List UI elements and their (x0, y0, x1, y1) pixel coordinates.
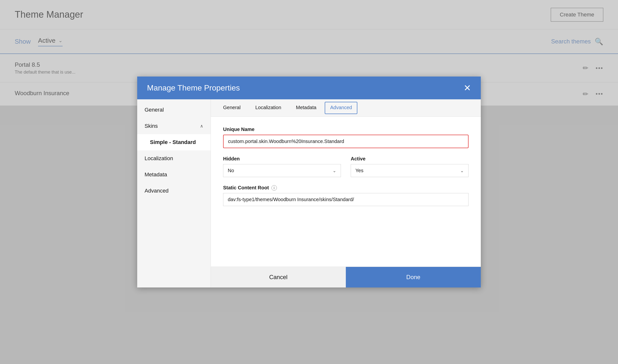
skins-chevron-icon: ∧ (200, 123, 203, 129)
modal-title: Manage Theme Properties (147, 83, 240, 92)
unique-name-input[interactable] (223, 135, 469, 148)
static-content-root-label: Static Content Root i (223, 185, 469, 191)
modal-dialog: Manage Theme Properties ✕ General Skins … (137, 77, 481, 287)
sidebar-item-advanced[interactable]: Advanced (137, 183, 211, 199)
modal-overlay: Manage Theme Properties ✕ General Skins … (0, 0, 618, 364)
hidden-select[interactable]: No ⌄ (223, 164, 341, 177)
hidden-chevron-icon: ⌄ (333, 168, 336, 173)
unique-name-label: Unique Name (223, 127, 469, 132)
tab-advanced[interactable]: Advanced (325, 102, 357, 114)
sidebar-item-simple-standard[interactable]: Simple - Standard (137, 134, 211, 150)
hidden-select-value: No (228, 168, 333, 173)
sidebar-item-general[interactable]: General (137, 102, 211, 118)
tab-metadata[interactable]: Metadata (289, 99, 324, 117)
sidebar-skins-label: Skins (145, 123, 158, 129)
static-content-root-group: Static Content Root i (223, 185, 469, 206)
tab-metadata-label: Metadata (296, 105, 316, 110)
modal-sidebar: General Skins ∧ Simple - Standard Locali… (137, 99, 211, 287)
hidden-active-row: Hidden No ⌄ Active Yes ⌄ (223, 156, 469, 177)
modal-footer: Cancel Done (211, 267, 481, 287)
cancel-button[interactable]: Cancel (211, 267, 346, 287)
form-area: Unique Name Hidden No ⌄ (211, 117, 481, 267)
modal-main-content: General Localization Metadata Advanced (211, 99, 481, 287)
hidden-col: Hidden No ⌄ (223, 156, 341, 177)
sidebar-item-skins[interactable]: Skins ∧ (137, 118, 211, 134)
modal-tabs: General Localization Metadata Advanced (211, 99, 481, 117)
sidebar-localization-label: Localization (145, 155, 173, 161)
hidden-label: Hidden (223, 156, 341, 162)
sidebar-advanced-label: Advanced (145, 188, 169, 194)
static-content-root-info-icon[interactable]: i (271, 185, 277, 191)
active-select-value: Yes (355, 168, 460, 173)
active-select[interactable]: Yes ⌄ (351, 164, 469, 177)
unique-name-group: Unique Name (223, 127, 469, 148)
active-col: Active Yes ⌄ (351, 156, 469, 177)
static-content-root-input[interactable] (223, 193, 469, 206)
sidebar-item-localization[interactable]: Localization (137, 150, 211, 167)
done-button[interactable]: Done (346, 267, 481, 287)
tab-general-label: General (223, 105, 241, 110)
sidebar-general-label: General (145, 107, 164, 113)
sidebar-metadata-label: Metadata (145, 171, 167, 178)
tab-localization-label: Localization (255, 105, 281, 110)
active-label: Active (351, 156, 469, 162)
sidebar-simple-standard-label: Simple - Standard (150, 139, 196, 145)
tab-localization[interactable]: Localization (248, 99, 289, 117)
active-chevron-icon: ⌄ (460, 168, 464, 173)
tab-general[interactable]: General (216, 99, 248, 117)
modal-close-button[interactable]: ✕ (464, 84, 471, 92)
sidebar-item-metadata[interactable]: Metadata (137, 167, 211, 183)
tab-advanced-label: Advanced (330, 105, 352, 110)
modal-body: General Skins ∧ Simple - Standard Locali… (137, 99, 481, 287)
modal-header: Manage Theme Properties ✕ (137, 77, 481, 99)
